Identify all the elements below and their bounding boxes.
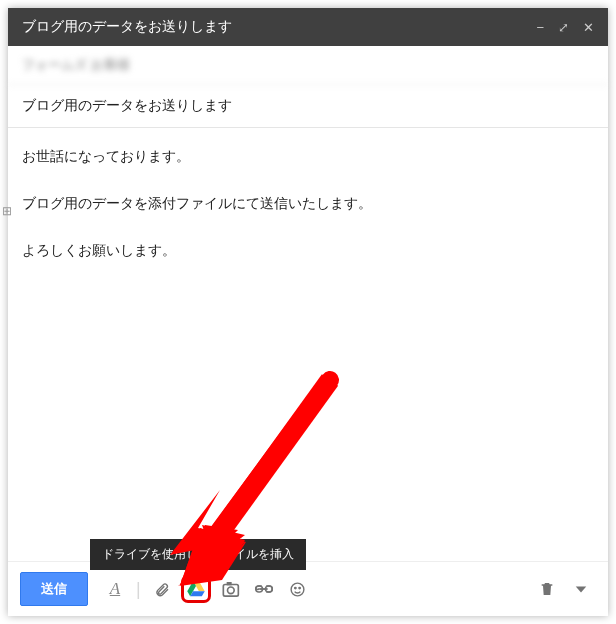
body-line: よろしくお願いします。 <box>22 240 594 263</box>
expand-icon[interactable]: ⤢ <box>558 21 569 34</box>
toolbar-separator: | <box>136 579 141 600</box>
message-body[interactable]: お世話になっております。 ブログ用のデータを添付ファイルにて送信いたします。 よ… <box>8 128 608 561</box>
compose-window: ブログ用のデータをお送りします − ⤢ ✕ フォームズ お客様 ブログ用のデータ… <box>8 8 608 616</box>
svg-marker-12 <box>576 586 587 592</box>
compose-header: ブログ用のデータをお送りします − ⤢ ✕ <box>8 8 608 46</box>
more-options-icon[interactable] <box>566 575 596 603</box>
header-actions: − ⤢ ✕ <box>536 21 594 34</box>
svg-point-10 <box>295 587 296 588</box>
close-icon[interactable]: ✕ <box>583 21 594 34</box>
svg-rect-5 <box>226 582 231 585</box>
minimize-icon[interactable]: − <box>536 21 544 34</box>
drive-glyph <box>187 581 205 597</box>
compose-title: ブログ用のデータをお送りします <box>22 18 536 36</box>
insert-emoji-icon[interactable] <box>283 575 313 603</box>
subject-text: ブログ用のデータをお送りします <box>22 97 232 113</box>
attach-icon[interactable] <box>147 575 177 603</box>
recipient-chip: フォームズ お客様 <box>22 57 130 72</box>
svg-point-4 <box>227 587 234 594</box>
send-button[interactable]: 送信 <box>20 572 88 606</box>
body-line: お世話になっております。 <box>22 146 594 169</box>
to-field[interactable]: フォームズ お客様 <box>8 46 608 85</box>
insert-drive-icon[interactable] <box>181 575 211 603</box>
format-icon[interactable]: A <box>100 575 130 603</box>
subject-field[interactable]: ブログ用のデータをお送りします <box>8 85 608 128</box>
drive-tooltip: ドライブを使用してファイルを挿入 <box>90 539 306 570</box>
insert-photo-icon[interactable] <box>215 575 245 603</box>
svg-point-9 <box>291 583 304 596</box>
svg-point-11 <box>299 587 300 588</box>
format-a-glyph: A <box>110 579 120 599</box>
delete-draft-icon[interactable] <box>532 575 562 603</box>
insert-link-icon[interactable] <box>249 575 279 603</box>
body-line: ブログ用のデータを添付ファイルにて送信いたします。 <box>22 193 594 216</box>
